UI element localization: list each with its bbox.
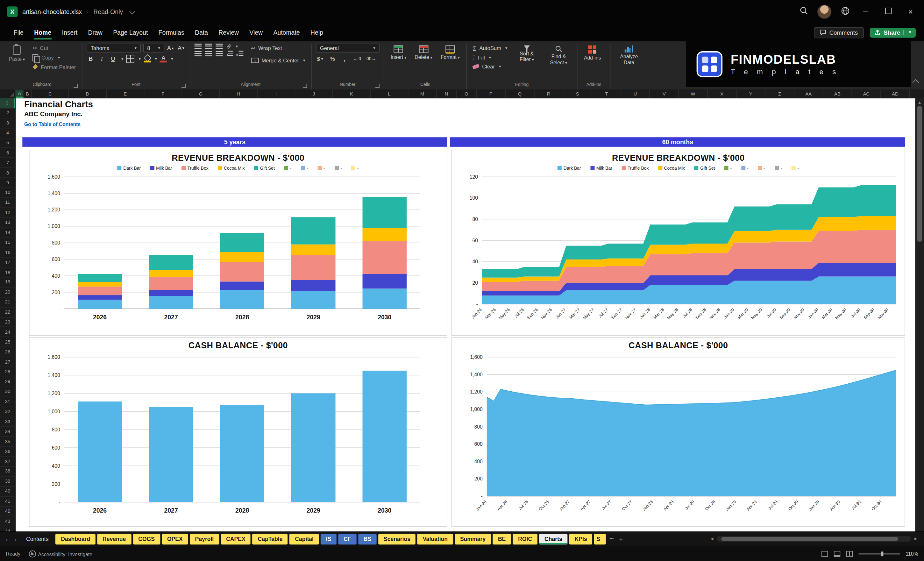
- sheet-tab-valuation[interactable]: Valuation: [417, 534, 453, 544]
- column-header-R[interactable]: R: [535, 90, 564, 98]
- column-header-AC[interactable]: AC: [852, 90, 881, 98]
- horizontal-scrollbar[interactable]: ◄ ►: [710, 536, 921, 542]
- borders-icon[interactable]: [126, 54, 135, 63]
- comma-style-button[interactable]: ,: [341, 54, 349, 63]
- row-header-28[interactable]: 28: [0, 367, 15, 377]
- row-header-42[interactable]: 42: [0, 507, 15, 516]
- column-header-J[interactable]: J: [295, 90, 333, 98]
- sheet-tab-revenue[interactable]: Revenue: [97, 534, 131, 544]
- column-header-O[interactable]: O: [457, 90, 477, 98]
- align-top-icon[interactable]: [194, 44, 201, 49]
- font-name-select[interactable]: Tahoma▾: [87, 44, 141, 52]
- sheet-tab-scenarios[interactable]: Scenarios: [378, 534, 416, 544]
- row-header-24[interactable]: 24: [0, 327, 15, 337]
- merge-center-button[interactable]: ↔Merge & Center▾: [249, 56, 307, 65]
- column-header-U[interactable]: U: [621, 90, 650, 98]
- decrease-indent-icon[interactable]: ◂: [226, 51, 233, 57]
- row-header-37[interactable]: 37: [0, 457, 15, 466]
- menu-data[interactable]: Data: [189, 26, 213, 39]
- shrink-font-button[interactable]: A▼: [177, 44, 186, 52]
- font-dialog-launcher-icon[interactable]: [182, 84, 186, 88]
- italic-button[interactable]: I: [98, 54, 106, 63]
- row-header-21[interactable]: 21: [0, 297, 15, 307]
- chart-revenue-breakdown-60m[interactable]: REVENUE BREAKDOWN - $'000 Dark BarMilk B…: [452, 150, 905, 336]
- more-sheets-button[interactable]: •••: [608, 537, 615, 541]
- increase-indent-icon[interactable]: ▸: [237, 51, 243, 57]
- clipboard-dialog-launcher-icon[interactable]: [74, 84, 78, 88]
- column-header-Q[interactable]: Q: [506, 90, 535, 98]
- sheet-tab-charts[interactable]: Charts: [539, 534, 567, 544]
- comments-button[interactable]: Comments: [814, 27, 864, 38]
- row-header-23[interactable]: 23: [0, 317, 15, 327]
- zoom-slider-knob[interactable]: [881, 551, 884, 556]
- row-header-25[interactable]: 25: [0, 337, 15, 347]
- autosum-button[interactable]: ΣAutoSum▾: [471, 44, 509, 53]
- column-header-B[interactable]: B: [24, 90, 32, 98]
- vertical-scrollbar-thumb[interactable]: [917, 106, 922, 242]
- column-header-X[interactable]: X: [708, 90, 737, 98]
- row-header-32[interactable]: 32: [0, 407, 15, 417]
- column-header-V[interactable]: V: [650, 90, 679, 98]
- row-header-5[interactable]: 5: [0, 138, 15, 148]
- row-header-39[interactable]: 39: [0, 477, 15, 486]
- page-break-view-icon[interactable]: [846, 551, 853, 557]
- orientation-dropdown-icon[interactable]: ▾: [236, 44, 238, 49]
- row-header-15[interactable]: 15: [0, 238, 15, 248]
- sheet-tab-be[interactable]: BE: [493, 534, 511, 544]
- chart-revenue-breakdown-5y[interactable]: REVENUE BREAKDOWN - $'000 Dark BarMilk B…: [29, 150, 447, 336]
- row-header-9[interactable]: 9: [0, 178, 15, 188]
- sheet-tab-capital[interactable]: Capital: [290, 534, 319, 544]
- search-icon[interactable]: [800, 6, 808, 17]
- row-header-35[interactable]: 35: [0, 437, 15, 447]
- vertical-scrollbar[interactable]: ▲: [915, 98, 924, 531]
- find-select-button[interactable]: Find & Select▾: [544, 44, 573, 68]
- sheet-tab-dashboard[interactable]: Dashboard: [56, 534, 96, 544]
- menu-help[interactable]: Help: [305, 26, 328, 39]
- row-header-1[interactable]: 1: [0, 98, 15, 108]
- column-header-T[interactable]: T: [592, 90, 621, 98]
- row-header-40[interactable]: 40: [0, 486, 15, 496]
- fill-color-icon[interactable]: [144, 55, 151, 62]
- select-all-corner[interactable]: [0, 90, 16, 98]
- row-header-10[interactable]: 10: [0, 188, 15, 198]
- sheet-tab-s[interactable]: S: [594, 534, 606, 544]
- row-header-14[interactable]: 14: [0, 228, 15, 237]
- row-header-20[interactable]: 20: [0, 288, 15, 297]
- clear-button[interactable]: Clear▾: [471, 62, 509, 70]
- sheet-tab-contents[interactable]: Contents: [21, 534, 54, 544]
- align-right-icon[interactable]: [216, 51, 222, 57]
- row-header-8[interactable]: 8: [0, 168, 15, 178]
- sheet-tab-bs[interactable]: BS: [358, 534, 376, 544]
- column-header-AA[interactable]: AA: [794, 90, 824, 98]
- column-header-I[interactable]: I: [258, 90, 295, 98]
- globe-icon[interactable]: [841, 6, 850, 17]
- column-header-L[interactable]: L: [370, 90, 408, 98]
- menu-review[interactable]: Review: [213, 26, 244, 39]
- row-header-16[interactable]: 16: [0, 248, 15, 258]
- account-avatar[interactable]: [818, 5, 831, 19]
- sheet-tab-opex[interactable]: OPEX: [162, 534, 188, 544]
- row-header-43[interactable]: 43: [0, 516, 15, 526]
- chart-cash-balance-5y[interactable]: CASH BALANCE - $'000 -2004006008001,0001…: [29, 337, 447, 527]
- number-format-select[interactable]: General▾: [316, 44, 380, 52]
- chart-cash-balance-60m[interactable]: CASH BALANCE - $'000 -2004006008001,0001…: [452, 337, 905, 527]
- menu-home[interactable]: Home: [29, 26, 57, 39]
- row-header-3[interactable]: 3: [0, 118, 15, 128]
- title-dropdown-chevron-icon[interactable]: [129, 8, 135, 14]
- sheet-tab-capex[interactable]: CAPEX: [220, 534, 250, 544]
- minimize-button[interactable]: ─: [859, 8, 872, 16]
- row-header-13[interactable]: 13: [0, 218, 15, 228]
- sheet-tab-kpis[interactable]: KPIs: [569, 534, 592, 544]
- column-header-D[interactable]: D: [69, 90, 106, 98]
- row-header-19[interactable]: 19: [0, 278, 15, 288]
- delete-cells-button[interactable]: Delete▾: [412, 44, 435, 62]
- alignment-dialog-launcher-icon[interactable]: [303, 84, 307, 88]
- number-dialog-launcher-icon[interactable]: [375, 84, 380, 88]
- row-header-4[interactable]: 4: [0, 128, 15, 138]
- column-header-E[interactable]: E: [106, 90, 144, 98]
- horizontal-scrollbar-thumb[interactable]: [722, 537, 898, 541]
- share-dropdown-chevron-icon[interactable]: ▾: [904, 30, 911, 35]
- scroll-left-icon[interactable]: ◄: [710, 536, 714, 542]
- toc-hyperlink[interactable]: Go to Table of Contents: [24, 121, 81, 128]
- row-header-30[interactable]: 30: [0, 387, 15, 397]
